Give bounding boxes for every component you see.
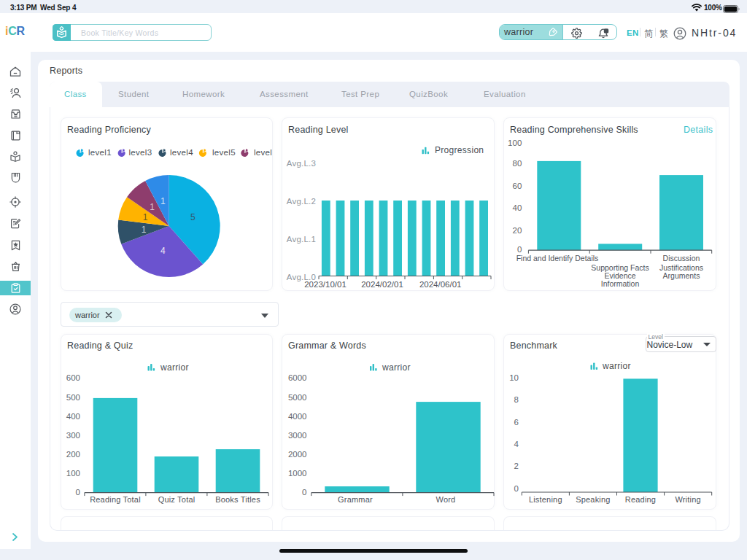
svg-text:1: 1 bbox=[143, 212, 148, 222]
svg-text:6000: 6000 bbox=[288, 373, 307, 382]
svg-text:Avg.L.3: Avg.L.3 bbox=[287, 159, 316, 168]
svg-text:300: 300 bbox=[66, 430, 80, 439]
svg-text:Books Titles: Books Titles bbox=[215, 494, 260, 503]
svg-text:10: 10 bbox=[509, 373, 519, 382]
svg-text:100: 100 bbox=[66, 468, 80, 477]
svg-text:500: 500 bbox=[66, 392, 80, 401]
svg-text:40: 40 bbox=[513, 203, 522, 212]
svg-text:0: 0 bbox=[302, 488, 306, 497]
svg-text:level5: level5 bbox=[212, 148, 236, 157]
svg-text:2024/06/01: 2024/06/01 bbox=[419, 280, 462, 289]
svg-text:Listening: Listening bbox=[529, 494, 562, 503]
svg-text:80: 80 bbox=[513, 159, 522, 168]
svg-text:0: 0 bbox=[517, 245, 522, 254]
svg-text:warrior: warrior bbox=[382, 362, 411, 372]
svg-text:200: 200 bbox=[66, 449, 80, 458]
svg-text:warrior: warrior bbox=[602, 361, 631, 371]
svg-text:level1: level1 bbox=[88, 148, 112, 157]
svg-text:Writing: Writing bbox=[675, 494, 700, 503]
svg-text:400: 400 bbox=[66, 411, 80, 420]
svg-text:Progression: Progression bbox=[435, 145, 484, 155]
svg-text:0: 0 bbox=[76, 488, 80, 497]
svg-text:8: 8 bbox=[514, 395, 519, 404]
svg-text:6: 6 bbox=[514, 418, 519, 427]
svg-text:1: 1 bbox=[150, 202, 155, 212]
svg-text:600: 600 bbox=[66, 373, 80, 382]
svg-text:Word: Word bbox=[436, 494, 456, 503]
svg-text:5000: 5000 bbox=[288, 392, 307, 401]
svg-text:2024/02/01: 2024/02/01 bbox=[361, 280, 403, 289]
svg-text:Avg.L.1: Avg.L.1 bbox=[287, 235, 316, 244]
svg-text:level4: level4 bbox=[170, 148, 193, 157]
svg-text:level6: level6 bbox=[254, 148, 273, 157]
svg-text:Avg.L.2: Avg.L.2 bbox=[287, 197, 316, 206]
svg-text:Grammar: Grammar bbox=[338, 494, 373, 503]
svg-text:Information: Information bbox=[601, 279, 640, 288]
svg-text:0: 0 bbox=[514, 484, 519, 493]
svg-text:Arguments: Arguments bbox=[663, 271, 700, 280]
svg-text:60: 60 bbox=[513, 182, 522, 190]
svg-text:1: 1 bbox=[160, 196, 166, 206]
svg-text:100: 100 bbox=[508, 139, 522, 147]
svg-text:Find and Identify Details: Find and Identify Details bbox=[516, 254, 599, 262]
svg-text:4: 4 bbox=[160, 246, 166, 256]
svg-text:1000: 1000 bbox=[288, 468, 307, 477]
svg-text:2023/10/01: 2023/10/01 bbox=[304, 280, 347, 289]
svg-text:4: 4 bbox=[514, 440, 519, 448]
svg-text:2000: 2000 bbox=[288, 449, 307, 458]
svg-text:warrior: warrior bbox=[160, 362, 189, 372]
svg-text:3000: 3000 bbox=[288, 430, 307, 439]
svg-text:Quiz Total: Quiz Total bbox=[158, 494, 196, 503]
svg-text:5: 5 bbox=[190, 212, 196, 222]
svg-text:4000: 4000 bbox=[288, 411, 307, 420]
svg-text:20: 20 bbox=[513, 226, 522, 235]
svg-text:1: 1 bbox=[142, 225, 147, 235]
svg-text:2: 2 bbox=[514, 462, 519, 470]
svg-text:Speaking: Speaking bbox=[576, 494, 610, 503]
svg-text:Discussion: Discussion bbox=[663, 254, 700, 262]
svg-text:level3: level3 bbox=[129, 148, 152, 157]
svg-text:Reading Total: Reading Total bbox=[90, 494, 141, 503]
svg-text:Reading: Reading bbox=[625, 494, 656, 503]
